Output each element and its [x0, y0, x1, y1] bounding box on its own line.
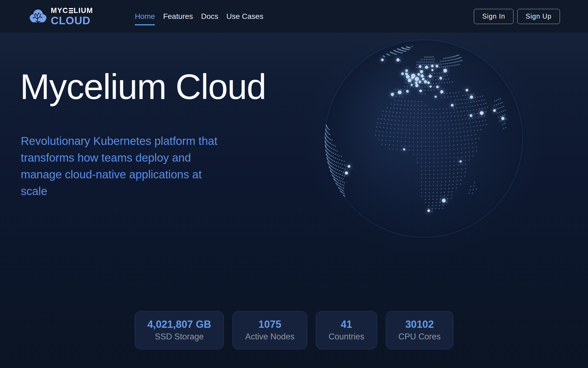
brand-word-mycelium: MYCLIUM — [51, 7, 93, 14]
sign-up-button[interactable]: Sign Up — [517, 9, 560, 24]
landing-page: MYCLIUM CLOUD Home Features Docs Use Cas… — [0, 0, 588, 368]
stat-label: Active Nodes — [245, 331, 295, 342]
mycelium-cloud-logo-icon — [29, 9, 47, 24]
stat-card-countries: 41 Countries — [316, 311, 377, 349]
stat-card-active-nodes: 1075 Active Nodes — [232, 311, 307, 349]
stat-label: Countries — [329, 331, 364, 342]
nav-link-docs[interactable]: Docs — [201, 12, 218, 21]
stat-value: 1075 — [245, 318, 295, 330]
navbar: MYCLIUM CLOUD Home Features Docs Use Cas… — [0, 0, 588, 33]
hero-title: Mycelium Cloud — [20, 69, 266, 105]
stat-value: 4,021,807 GB — [147, 318, 211, 330]
stat-value: 30102 — [398, 318, 441, 330]
nav-link-use-cases[interactable]: Use Cases — [226, 12, 263, 21]
auth-buttons: Sign In Sign Up — [474, 9, 560, 24]
hero-subtitle: Revolutionary Kubernetes platform that t… — [21, 133, 217, 200]
brand[interactable]: MYCLIUM CLOUD — [29, 7, 93, 26]
stat-card-cpu-cores: 30102 CPU Cores — [386, 311, 454, 349]
nav-link-home[interactable]: Home — [135, 12, 155, 21]
sign-in-button[interactable]: Sign In — [474, 9, 513, 24]
globe-visualization — [310, 25, 537, 252]
nav-link-features[interactable]: Features — [163, 12, 193, 21]
stat-label: CPU Cores — [398, 331, 441, 342]
stylized-e-glyph — [69, 8, 73, 13]
brand-word-cloud: CLOUD — [51, 15, 93, 26]
brand-wordmark: MYCLIUM CLOUD — [51, 7, 93, 26]
stat-card-ssd-storage: 4,021,807 GB SSD Storage — [135, 311, 224, 349]
stat-value: 41 — [329, 318, 364, 330]
stat-label: SSD Storage — [147, 331, 211, 342]
main-nav: Home Features Docs Use Cases — [135, 12, 263, 21]
stats-row: 4,021,807 GB SSD Storage 1075 Active Nod… — [0, 311, 588, 349]
